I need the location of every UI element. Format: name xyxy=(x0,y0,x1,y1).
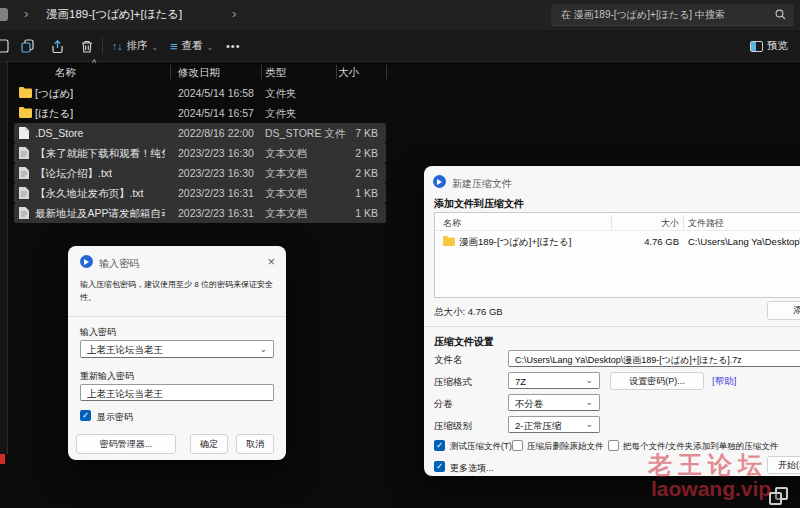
archive-list-row[interactable]: 漫画189-[つばめ]+[ほたる] 4.76 GB C:\Users\Lang … xyxy=(435,233,800,249)
delete-original-label: 压缩后删除原始文件 xyxy=(527,441,604,453)
cancel-button[interactable]: 取消 xyxy=(236,434,274,454)
delete-original-checkbox[interactable] xyxy=(512,440,523,451)
ok-button[interactable]: 确定 xyxy=(190,434,228,454)
copy-button[interactable] xyxy=(20,36,35,56)
more-icon: ••• xyxy=(226,40,241,52)
format-label: 压缩格式 xyxy=(434,376,472,389)
chevron-right-icon: › xyxy=(232,6,236,21)
help-link[interactable]: [帮助] xyxy=(712,375,736,388)
test-archive-checkbox[interactable]: ✓ xyxy=(434,440,445,451)
archive-col-name[interactable]: 名称 xyxy=(443,217,461,230)
file-row[interactable]: .DS_Store 2022/8/16 22:00 DS_STORE 文件 7 … xyxy=(0,123,800,143)
share-button[interactable] xyxy=(50,36,65,56)
password-message: 输入压缩包密码，建议使用至少 8 位的密码来保证安全性。 xyxy=(80,279,276,305)
enter-password-label: 输入密码 xyxy=(80,326,116,339)
folder-icon xyxy=(443,236,455,248)
test-archive-label: 测试压缩文件(T) xyxy=(450,441,512,453)
folder-icon xyxy=(19,87,32,100)
enter-password-dialog: 输入密码 × 输入压缩包密码，建议使用至少 8 位的密码来保证安全性。 输入密码… xyxy=(68,246,286,460)
chevron-down-icon: ⌄ xyxy=(152,43,159,52)
red-edge-chip xyxy=(0,454,5,464)
view-lines-icon: ≡ xyxy=(170,39,178,54)
password-combo-input[interactable]: 上老王论坛当老王 ⌄ xyxy=(80,340,274,358)
archive-app-icon xyxy=(433,175,446,188)
toolbar-divider xyxy=(102,38,103,54)
column-divider xyxy=(611,215,612,229)
new-archive-dialog: 新建压缩文件 添加文件到压缩文件 名称 大小 文件路径 漫画189-[つばめ]+… xyxy=(424,166,800,476)
archive-list-header: 名称 大小 文件路径 xyxy=(435,213,800,231)
dialog-title: 输入密码 xyxy=(99,257,139,271)
command-toolbar: ↑↓ 排序 ⌄ ≡ 查看 ⌄ ••• 预览 xyxy=(0,30,800,62)
preview-toggle[interactable]: 预览 xyxy=(750,36,788,56)
column-divider[interactable] xyxy=(170,65,171,79)
file-icon xyxy=(19,207,29,221)
format-select[interactable]: 7Z ⌄ xyxy=(508,372,600,389)
chevron-down-icon: ⌄ xyxy=(259,344,267,354)
breadcrumb[interactable]: 漫画189-[つばめ]+[ほたる] xyxy=(46,7,182,22)
chevron-down-icon: ⌄ xyxy=(585,419,593,429)
view-label: 查看 xyxy=(182,39,203,53)
start-button[interactable]: 开始(S xyxy=(767,456,800,474)
set-password-button[interactable]: 设置密码(P)... xyxy=(610,372,704,390)
column-type[interactable]: 类型 xyxy=(265,66,286,80)
more-options-button[interactable]: ••• xyxy=(226,36,241,56)
cut-icon[interactable] xyxy=(0,36,10,56)
total-size-label: 总大小: 4.76 GB xyxy=(434,306,503,319)
password-manager-button[interactable]: 密码管理器... xyxy=(76,434,176,454)
search-input[interactable]: 在 漫画189-[つばめ]+[ほたる] 中搜索 xyxy=(551,4,794,26)
chevron-down-icon: ⌄ xyxy=(585,397,593,407)
copy-overlay-icon xyxy=(767,487,791,507)
level-select[interactable]: 2-正常压缩 ⌄ xyxy=(508,416,600,433)
file-row[interactable]: [ほたる] 2024/5/14 16:57 文件夹 xyxy=(0,103,800,123)
more-options-label: 更多选项... xyxy=(450,462,494,475)
filename-label: 文件名 xyxy=(434,354,463,367)
volume-select[interactable]: 不分卷 ⌄ xyxy=(508,394,600,411)
show-password-checkbox[interactable]: ✓ xyxy=(80,410,91,421)
column-divider[interactable] xyxy=(261,65,262,79)
add-files-section-title: 添加文件到压缩文件 xyxy=(434,197,524,211)
archive-file-list: 名称 大小 文件路径 漫画189-[つばめ]+[ほたる] 4.76 GB C:\… xyxy=(434,212,800,298)
sort-ascending-icon: ^ xyxy=(92,58,96,68)
column-divider[interactable] xyxy=(386,65,387,79)
close-icon[interactable]: × xyxy=(267,255,275,268)
column-name[interactable]: 名称 xyxy=(55,66,76,80)
chevron-right-icon: › xyxy=(24,6,28,21)
file-row[interactable]: [つばめ] 2024/5/14 16:58 文件夹 xyxy=(0,83,800,103)
column-size[interactable]: 大小 xyxy=(338,66,359,80)
search-placeholder: 在 漫画189-[つばめ]+[ほたる] 中搜索 xyxy=(561,8,725,22)
archive-settings-section-title: 压缩文件设置 xyxy=(434,335,494,349)
view-button[interactable]: ≡ 查看 ⌄ xyxy=(170,36,213,56)
add-button[interactable]: 添加 xyxy=(767,301,800,320)
file-icon xyxy=(19,147,29,161)
column-divider[interactable] xyxy=(336,65,337,79)
level-label: 压缩级别 xyxy=(434,420,472,433)
preview-label: 预览 xyxy=(767,39,788,53)
folder-icon xyxy=(19,107,32,120)
column-divider xyxy=(683,215,684,229)
cropped-nav-icon xyxy=(0,8,8,21)
file-icon xyxy=(19,127,29,141)
reenter-password-label: 重新输入密码 xyxy=(80,370,134,383)
archive-col-path[interactable]: 文件路径 xyxy=(688,217,724,230)
reenter-password-input[interactable]: 上老王论坛当老王 xyxy=(80,384,274,401)
file-icon xyxy=(19,187,29,201)
preview-pane-icon xyxy=(750,41,763,52)
filename-field[interactable]: C:\Users\Lang Ya\Desktop\漫画189-[つばめ]+[ほた… xyxy=(508,350,800,367)
column-header-row: ^ 名称 修改日期 类型 大小 xyxy=(0,62,800,82)
archive-col-size[interactable]: 大小 xyxy=(615,217,679,230)
sort-button[interactable]: ↑↓ 排序 ⌄ xyxy=(112,36,158,56)
watermark-url: laowang.vip xyxy=(651,477,771,501)
chevron-down-icon: ⌄ xyxy=(585,375,593,385)
delete-button[interactable] xyxy=(80,36,94,56)
chevron-down-icon: ⌄ xyxy=(207,43,214,52)
column-date[interactable]: 修改日期 xyxy=(178,66,220,80)
section-divider xyxy=(424,326,800,327)
sort-label: 排序 xyxy=(127,39,148,53)
file-row[interactable]: 【来了就能下载和观看！纯免费！】.txt 2023/2/23 16:30 文本文… xyxy=(0,143,800,163)
file-icon xyxy=(19,167,29,181)
volume-label: 分卷 xyxy=(434,398,453,411)
separate-archives-checkbox[interactable] xyxy=(608,440,619,451)
screen: › 漫画189-[つばめ]+[ほたる] › 在 漫画189-[つばめ]+[ほたる… xyxy=(0,0,800,508)
show-password-label: 显示密码 xyxy=(97,411,133,424)
more-options-checkbox[interactable]: ✓ xyxy=(434,461,445,472)
